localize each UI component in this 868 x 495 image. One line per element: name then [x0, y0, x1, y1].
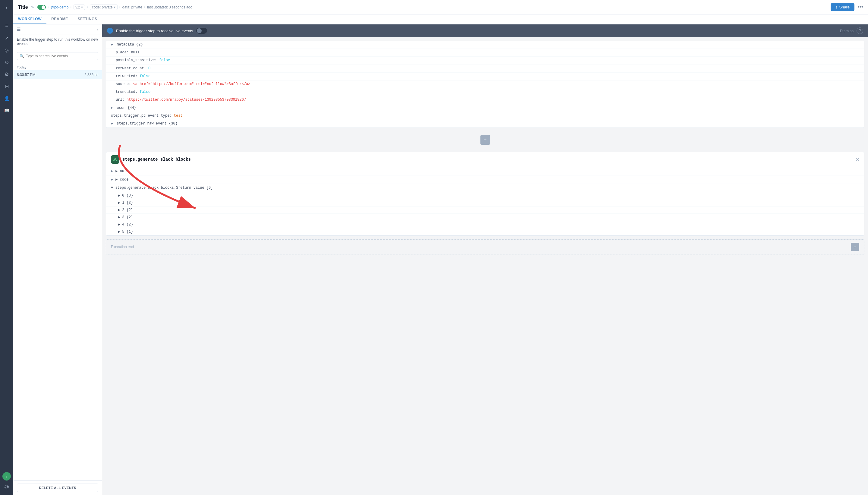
- return-item-5[interactable]: ▶ 5 {1}: [106, 228, 864, 236]
- step-auth-row[interactable]: ▶ ▶ auth: [106, 167, 864, 175]
- docs-icon[interactable]: ≡: [1, 20, 12, 31]
- tab-workflow[interactable]: WORKFLOW: [13, 15, 47, 24]
- main-container: Title ✎ • @pd-demo • v.2 ▾ • code: priva…: [13, 0, 868, 495]
- settings-icon[interactable]: ⚙: [1, 69, 12, 80]
- search-input[interactable]: [26, 54, 96, 58]
- hamburger-icon[interactable]: ☰: [17, 27, 21, 32]
- icon-sidebar: › ≡ ↗ ◎ ⊙ ⚙ ⊞ 👤 📖 ↑ @: [0, 0, 13, 495]
- event-row[interactable]: 8:30:57 PM 2,882ms: [13, 70, 102, 79]
- grid-icon[interactable]: ⊞: [1, 81, 12, 92]
- code-row-pd-event-type: steps.trigger.pd_event_type: test: [106, 112, 864, 120]
- email-icon[interactable]: @: [1, 482, 12, 493]
- execution-end: Execution end +: [106, 239, 864, 254]
- add-step-button[interactable]: +: [481, 135, 490, 145]
- code-row-retweeted: retweeted: false: [106, 73, 864, 81]
- left-panel: ☰ ‹ Enable the trigger step to run this …: [13, 24, 102, 495]
- banner-toggle[interactable]: [196, 28, 207, 34]
- deploy-icon[interactable]: ↗: [1, 33, 12, 44]
- delete-all-button[interactable]: DELETE ALL EVENTS: [17, 483, 98, 492]
- code-row-metadata[interactable]: ▶ metadata {2}: [106, 41, 864, 49]
- subtabs: WORKFLOW README SETTINGS: [13, 15, 868, 24]
- step-block: steps.generate_slack_blocks ✕ ▶ ▶ auth ▶…: [106, 152, 864, 236]
- section-label: Today: [13, 63, 102, 70]
- svg-point-2: [116, 160, 117, 161]
- notification-icon[interactable]: ↑: [2, 472, 11, 480]
- code-row-user[interactable]: ▶ user {44}: [106, 104, 864, 112]
- svg-line-4: [115, 159, 116, 160]
- dismiss-button[interactable]: Dismiss: [840, 29, 854, 33]
- return-value-header[interactable]: ▼ steps.generate_slack_blocks.$return_va…: [106, 184, 864, 192]
- book-icon[interactable]: 📖: [1, 105, 12, 116]
- share-icon: ↑: [835, 5, 837, 9]
- content-area: ☰ ‹ Enable the trigger step to run this …: [13, 24, 868, 495]
- svg-point-1: [113, 160, 115, 161]
- events-section: Today 8:30:57 PM 2,882ms: [13, 63, 102, 480]
- svg-point-0: [115, 158, 116, 159]
- add-btn-container: +: [102, 132, 868, 148]
- left-panel-info: Enable the trigger step to run this work…: [13, 34, 102, 49]
- search-icon: 🔍: [20, 54, 24, 58]
- help-icon[interactable]: ?: [856, 28, 863, 34]
- code-badge[interactable]: code: private ▾: [90, 4, 118, 10]
- node-icon: [111, 155, 119, 164]
- users-icon[interactable]: 👤: [1, 93, 12, 104]
- code-row-truncated: truncated: false: [106, 88, 864, 96]
- svg-line-3: [114, 159, 115, 160]
- search-container: 🔍: [17, 52, 98, 60]
- code-row-possibly-sensitive: possibly_sensitive: false: [106, 57, 864, 65]
- code-row-url: url: https://twitter.com/nraboy/statuses…: [106, 96, 864, 104]
- banner: i Enable the trigger step to receive liv…: [102, 24, 868, 37]
- left-panel-header: ☰ ‹: [13, 24, 102, 34]
- return-item-4[interactable]: ▶ 4 {2}: [106, 221, 864, 228]
- last-updated: last updated: 3 seconds ago: [147, 5, 192, 9]
- topbar: Title ✎ • @pd-demo • v.2 ▾ • code: priva…: [13, 0, 868, 15]
- collapse-icon[interactable]: ‹: [97, 27, 98, 32]
- more-button[interactable]: •••: [857, 4, 863, 10]
- storage-icon[interactable]: ⊙: [1, 57, 12, 68]
- tab-settings[interactable]: SETTINGS: [73, 15, 102, 24]
- right-panel: i Enable the trigger step to receive liv…: [102, 24, 868, 495]
- return-item-0[interactable]: ▶ 0 {3}: [106, 192, 864, 199]
- event-time: 8:30:57 PM: [17, 73, 35, 77]
- left-panel-footer: DELETE ALL EVENTS: [13, 480, 102, 495]
- version-badge[interactable]: v.2 ▾: [73, 4, 85, 10]
- step-close-button[interactable]: ✕: [855, 157, 859, 163]
- user-link[interactable]: @pd-demo: [51, 5, 69, 9]
- page-title: Title: [18, 4, 28, 10]
- execution-end-label: Execution end: [111, 245, 134, 249]
- data-privacy: data: private: [122, 5, 142, 9]
- trigger-icon[interactable]: ◎: [1, 45, 12, 55]
- event-size: 2,882ms: [84, 73, 98, 77]
- return-item-1[interactable]: ▶ 1 {3}: [106, 199, 864, 206]
- expand-icon[interactable]: ›: [1, 2, 12, 13]
- meta-bar: • @pd-demo • v.2 ▾ • code: private ▾ • d…: [37, 4, 193, 10]
- toggle-active[interactable]: [37, 5, 46, 10]
- code-row-source: source: <a href="https://buffer.com" rel…: [106, 81, 864, 88]
- edit-icon[interactable]: ✎: [31, 5, 34, 9]
- banner-text: Enable the trigger step to receive live …: [116, 29, 193, 33]
- step-code-row[interactable]: ▶ ▶ code: [106, 175, 864, 184]
- code-row-place: place: null: [106, 49, 864, 57]
- execution-end-add-button[interactable]: +: [851, 243, 859, 251]
- code-block: ▶ metadata {2} place: null possibly_sens…: [106, 41, 864, 128]
- share-button[interactable]: ↑ Share: [831, 3, 854, 11]
- step-title: steps.generate_slack_blocks: [122, 157, 191, 162]
- return-item-3[interactable]: ▶ 3 {2}: [106, 214, 864, 221]
- tab-readme[interactable]: README: [47, 15, 73, 24]
- code-row-retweet-count: retweet_count: 0: [106, 65, 864, 73]
- step-header: steps.generate_slack_blocks ✕: [106, 152, 864, 167]
- info-icon: i: [107, 28, 113, 34]
- code-row-raw-event[interactable]: ▶ steps.trigger.raw_event {30}: [106, 120, 864, 127]
- return-item-2[interactable]: ▶ 2 {2}: [106, 206, 864, 214]
